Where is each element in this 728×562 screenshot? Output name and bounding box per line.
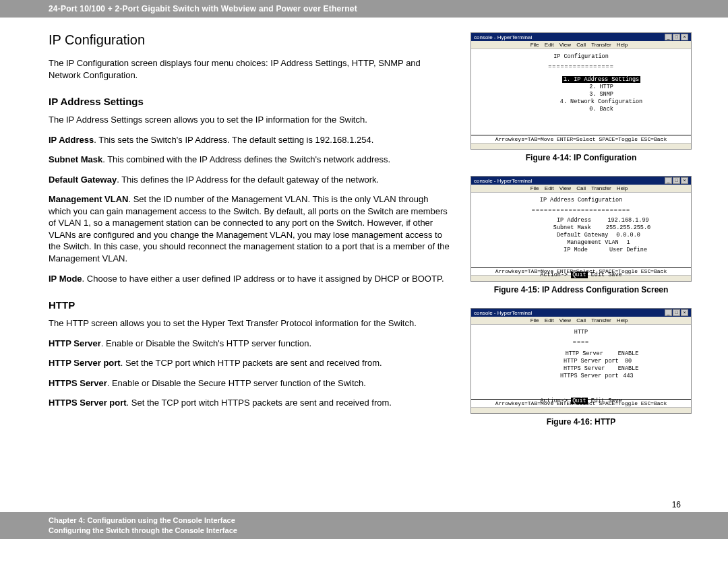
minimize-icon: _: [665, 177, 672, 184]
gateway-label: Default Gateway: [49, 175, 117, 185]
window-titlebar: console - HyperTerminal _□×: [471, 177, 691, 185]
gateway-text: . This defines the IP Address for the de…: [117, 175, 379, 185]
https-server-label: HTTPS Server: [49, 378, 107, 388]
ip-address-row: IP Address. This sets the Switch's IP Ad…: [49, 134, 453, 146]
figure-4-16: console - HyperTerminal _□× File Edit Vi…: [466, 308, 696, 427]
menu-transfer: Transfer: [591, 42, 611, 48]
http-intro: The HTTP screen allows you to set the Hy…: [49, 317, 453, 330]
divider: ====: [477, 339, 686, 346]
menu-file: File: [530, 42, 539, 48]
ipmode-label: IP Mode: [49, 274, 82, 284]
https-port-label: HTTPS Server port: [49, 398, 127, 408]
section-title: IP Configuration: [49, 32, 453, 48]
menu-call: Call: [576, 317, 586, 323]
menu-help: Help: [617, 42, 628, 48]
row-http-port: HTTP Server port80: [504, 358, 686, 365]
http-title: HTTP: [49, 299, 453, 311]
http-port-row: HTTP Server port. Set the TCP port which…: [49, 357, 453, 369]
maximize-icon: □: [673, 34, 680, 40]
ip-settings-intro: The IP Address Settings screen allows yo…: [49, 114, 453, 126]
menu-call: Call: [576, 42, 586, 48]
row-mvlan: Management VLAN1: [504, 239, 686, 247]
terminal-window: console - HyperTerminal _□× File Edit Vi…: [471, 176, 692, 282]
footer-section: Configuring the Switch through the Conso…: [49, 526, 728, 536]
menu-item-2: 2. HTTP: [517, 84, 686, 91]
section-intro: The IP Configuration screen displays fou…: [49, 57, 453, 81]
maximize-icon: □: [673, 309, 680, 316]
vlan-text: . Set the ID number of the Management VL…: [49, 194, 450, 263]
row-ip: IP Address192.168.1.99: [504, 217, 686, 224]
window-menubar: File Edit View Call Transfer Help: [471, 41, 691, 49]
figure-caption: Figure 4-16: HTTP: [466, 417, 696, 427]
http-port-text: . Set the TCP port which HTTP packets ar…: [121, 358, 382, 368]
menu-help: Help: [617, 317, 628, 323]
menu-view: View: [559, 185, 571, 191]
right-column: console - HyperTerminal _□× File Edit Vi…: [466, 32, 696, 440]
menu-transfer: Transfer: [591, 185, 611, 191]
close-icon: ×: [681, 309, 688, 316]
footer-chapter: Chapter 4: Configuration using the Conso…: [49, 516, 728, 526]
menu-edit: Edit: [545, 317, 554, 323]
terminal-window: console - HyperTerminal _□× File Edit Vi…: [471, 32, 692, 150]
row-gateway: Default Gateway0.0.0.0: [504, 232, 686, 239]
http-server-label: HTTP Server: [49, 338, 101, 348]
window-title: console - HyperTerminal: [474, 34, 532, 40]
terminal-window: console - HyperTerminal _□× File Edit Vi…: [471, 308, 692, 414]
menu-view: View: [559, 42, 571, 48]
action-row: Action-> Quit Edit Save: [477, 398, 686, 405]
maximize-icon: □: [673, 177, 680, 184]
http-server-row: HTTP Server. Enable or Disable the Switc…: [49, 338, 453, 350]
window-buttons: _□×: [665, 309, 688, 316]
window-menubar: File Edit View Call Transfer Help: [471, 317, 691, 325]
outer-status: [471, 407, 691, 413]
divider: ================: [477, 63, 686, 71]
https-port-row: HTTPS Server port. Set the TCP port witc…: [49, 397, 453, 409]
minimize-icon: _: [665, 309, 672, 316]
content-area: IP Configuration The IP Configuration sc…: [0, 32, 728, 440]
vlan-row: Management VLAN. Set the ID number of th…: [49, 193, 453, 264]
window-titlebar: console - HyperTerminal _□×: [471, 33, 691, 41]
menu-item-3: 3. SNMP: [517, 91, 686, 98]
close-icon: ×: [681, 177, 688, 184]
minimize-icon: _: [665, 34, 672, 40]
page-header: 24-Port 10/100 + 2-Port Gigabit Switch w…: [0, 0, 728, 18]
terminal-body: IP Configuration ================ 1. IP …: [471, 49, 691, 135]
menu-view: View: [559, 317, 571, 323]
gateway-row: Default Gateway. This defines the IP Add…: [49, 174, 453, 186]
menu-transfer: Transfer: [591, 317, 611, 323]
ip-settings-title: IP Address Settings: [49, 96, 453, 107]
ipmode-text: . Choose to have either a user defined I…: [82, 274, 444, 284]
page-number: 16: [672, 500, 681, 509]
menu-file: File: [530, 317, 539, 323]
figure-4-14: console - HyperTerminal _□× File Edit Vi…: [466, 32, 696, 162]
menu-file: File: [530, 185, 539, 191]
menu-help: Help: [617, 185, 628, 191]
menu-edit: Edit: [545, 185, 554, 191]
left-column: IP Configuration The IP Configuration sc…: [49, 32, 466, 440]
https-port-text: . Set the TCP port witch HTTPS packets a…: [127, 398, 392, 408]
window-title: console - HyperTerminal: [474, 178, 532, 184]
window-buttons: _□×: [665, 34, 688, 40]
row-ipmode: IP ModeUser Define: [504, 247, 686, 254]
menu-call: Call: [576, 185, 586, 191]
row-https-port: HTTPS Server port443: [504, 373, 686, 380]
ipmode-row: IP Mode. Choose to have either a user de…: [49, 273, 453, 285]
page-footer: Chapter 4: Configuration using the Conso…: [0, 512, 728, 539]
terminal-body: HTTP ==== HTTP ServerENABLE HTTP Server …: [471, 325, 691, 399]
figure-4-15: console - HyperTerminal _□× File Edit Vi…: [466, 176, 696, 294]
figure-caption: Figure 4-15: IP Address Configuration Sc…: [466, 285, 696, 294]
row-http-server: HTTP ServerENABLE: [504, 350, 686, 358]
divider: ========================: [477, 207, 686, 214]
window-menubar: File Edit View Call Transfer Help: [471, 185, 691, 193]
http-port-label: HTTP Server port: [49, 358, 121, 368]
terminal-body: IP Address Configuration ===============…: [471, 193, 691, 267]
https-server-row: HTTPS Server. Enable or Disable the Secu…: [49, 377, 453, 389]
action-row: Action-> Quit Edit Save: [477, 272, 686, 279]
menu-edit: Edit: [545, 42, 554, 48]
menu-item-1: 1. IP Address Settings: [517, 76, 686, 84]
screen-title: IP Address Configuration: [477, 197, 686, 204]
ip-address-label: IP Address: [49, 135, 94, 145]
subnet-row: Subnet Mask. This combined with the IP A…: [49, 154, 453, 166]
window-title: console - HyperTerminal: [474, 310, 532, 316]
outer-status: [471, 143, 691, 149]
